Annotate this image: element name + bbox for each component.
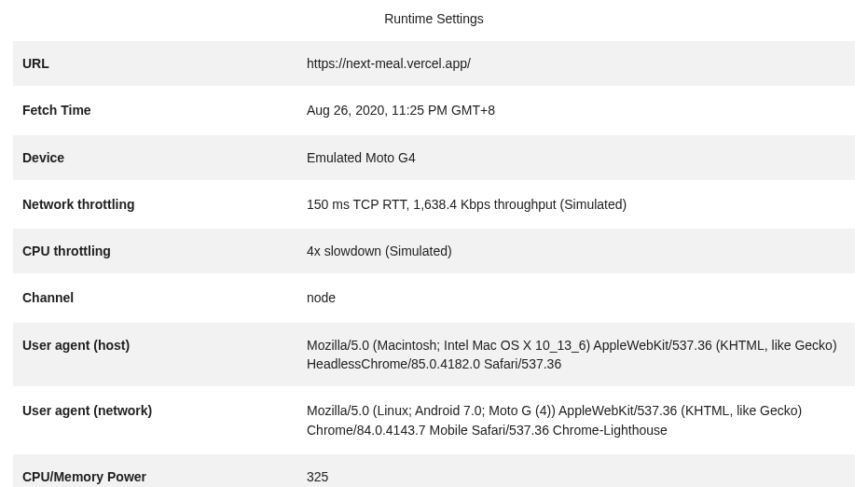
setting-label: Network throttling — [13, 182, 297, 227]
setting-value: Emulated Moto G4 — [297, 135, 855, 180]
setting-value: 150 ms TCP RTT, 1,638.4 Kbps throughput … — [297, 182, 855, 227]
section-title: Runtime Settings — [13, 11, 855, 26]
table-row: CPU/Memory Power 325 — [13, 454, 855, 487]
setting-value: 325 — [297, 454, 855, 487]
setting-value: 4x slowdown (Simulated) — [297, 229, 855, 273]
setting-value: Mozilla/5.0 (Macintosh; Intel Mac OS X 1… — [297, 323, 855, 387]
table-row: Channel node — [13, 275, 855, 320]
runtime-settings-table: URL https://next-meal.vercel.app/ Fetch … — [13, 39, 855, 487]
setting-label: User agent (network) — [13, 388, 297, 452]
table-row: User agent (network) Mozilla/5.0 (Linux;… — [13, 388, 855, 452]
setting-value: Aug 26, 2020, 11:25 PM GMT+8 — [297, 88, 855, 132]
table-row: Fetch Time Aug 26, 2020, 11:25 PM GMT+8 — [13, 88, 855, 132]
setting-label: URL — [13, 41, 297, 86]
setting-label: CPU/Memory Power — [13, 454, 297, 487]
table-row: User agent (host) Mozilla/5.0 (Macintosh… — [13, 323, 855, 387]
setting-label: User agent (host) — [13, 323, 297, 387]
setting-label: Device — [13, 135, 297, 180]
table-row: CPU throttling 4x slowdown (Simulated) — [13, 229, 855, 273]
setting-label: Fetch Time — [13, 88, 297, 132]
table-row: URL https://next-meal.vercel.app/ — [13, 41, 855, 86]
setting-label: CPU throttling — [13, 229, 297, 273]
setting-label: Channel — [13, 275, 297, 320]
table-row: Network throttling 150 ms TCP RTT, 1,638… — [13, 182, 855, 227]
table-row: Device Emulated Moto G4 — [13, 135, 855, 180]
setting-value: Mozilla/5.0 (Linux; Android 7.0; Moto G … — [297, 388, 855, 452]
setting-value: node — [297, 275, 855, 320]
setting-value: https://next-meal.vercel.app/ — [297, 41, 855, 86]
